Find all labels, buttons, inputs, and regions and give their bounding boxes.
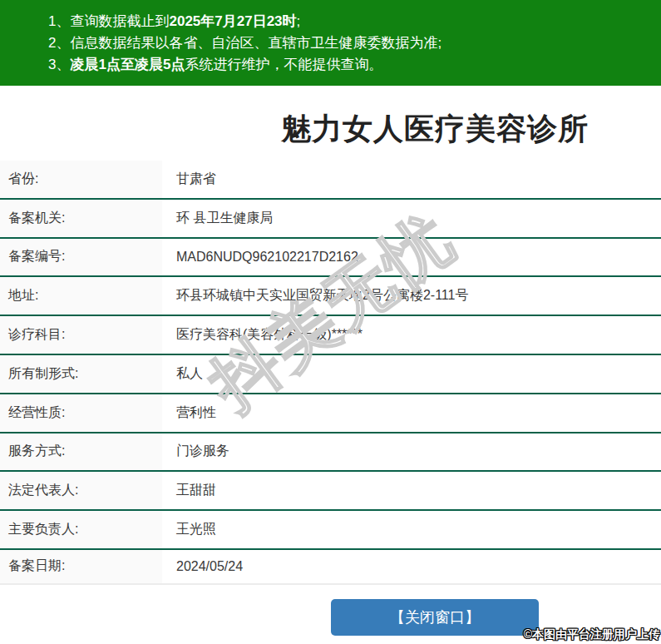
attribution-text: ©本图由平台注册用户上传 bbox=[524, 627, 660, 642]
info-row-principal: 主要负责人: 王光照 bbox=[0, 511, 661, 550]
info-label: 服务方式: bbox=[0, 433, 162, 471]
notice-bar: 1、查询数据截止到2025年7月27日23时; 2、信息数据结果以各省、自治区、… bbox=[0, 0, 661, 86]
notice-line-1: 1、查询数据截止到2025年7月27日23时; bbox=[48, 11, 661, 32]
info-value: 营利性 bbox=[162, 404, 216, 422]
info-label: 备案日期: bbox=[0, 550, 162, 583]
info-row-diagnosis-subjects: 诊疗科目: 医疗美容科(美容外科一级)****** bbox=[0, 316, 661, 355]
info-label: 所有制形式: bbox=[0, 355, 162, 393]
info-row-ownership-type: 所有制形式: 私人 bbox=[0, 355, 661, 394]
info-label: 省份: bbox=[0, 161, 162, 198]
info-row-legal-representative: 法定代表人: 王甜甜 bbox=[0, 472, 661, 511]
info-value: 王甜甜 bbox=[162, 482, 216, 499]
info-row-operation-nature: 经营性质: 营利性 bbox=[0, 394, 661, 433]
info-row-filing-authority: 备案机关: 环 县卫生健康局 bbox=[0, 200, 661, 239]
info-value: 医疗美容科(美容外科一级)****** bbox=[162, 326, 363, 344]
info-label: 地址: bbox=[0, 277, 162, 315]
info-label: 诊疗科目: bbox=[0, 316, 162, 354]
notice-number: 1、 bbox=[48, 13, 70, 29]
notice-number: 2、 bbox=[48, 35, 70, 51]
info-value: MAD6NUDQ962102217D2162 bbox=[162, 250, 358, 265]
info-value: 门诊服务 bbox=[162, 443, 229, 460]
close-window-button[interactable]: 【关闭窗口】 bbox=[331, 599, 539, 636]
page-title: 魅力女人医疗美容诊所 bbox=[0, 86, 661, 145]
info-value: 2024/05/24 bbox=[162, 559, 243, 574]
info-row-service-mode: 服务方式: 门诊服务 bbox=[0, 433, 661, 473]
info-label: 经营性质: bbox=[0, 394, 162, 432]
info-value: 环县环城镇中天实业国贸新天地2号公寓楼2-111号 bbox=[162, 287, 468, 305]
page-content: 1、查询数据截止到2025年7月27日23时; 2、信息数据结果以各省、自治区、… bbox=[0, 0, 661, 636]
info-row-filing-date: 备案日期: 2024/05/24 bbox=[0, 550, 661, 585]
info-value: 甘肃省 bbox=[162, 171, 216, 188]
notice-number: 3、 bbox=[48, 57, 70, 72]
info-table: 省份: 甘肃省 备案机关: 环 县卫生健康局 备案编号: MAD6NUDQ962… bbox=[0, 161, 661, 585]
info-label: 主要负责人: bbox=[0, 511, 162, 548]
info-value: 环 县卫生健康局 bbox=[162, 210, 273, 227]
notice-line-2: 2、信息数据结果以各省、自治区、直辖市卫生健康委数据为准; bbox=[48, 32, 661, 54]
info-row-filing-number: 备案编号: MAD6NUDQ962102217D2162 bbox=[0, 239, 661, 278]
notice-line-3: 3、凌晨1点至凌晨5点系统进行维护，不能提供查询。 bbox=[48, 54, 661, 76]
info-label: 备案机关: bbox=[0, 200, 162, 237]
info-label: 备案编号: bbox=[0, 239, 162, 276]
info-row-address: 地址: 环县环城镇中天实业国贸新天地2号公寓楼2-111号 bbox=[0, 277, 661, 316]
info-value: 私人 bbox=[162, 365, 203, 383]
info-row-province: 省份: 甘肃省 bbox=[0, 161, 661, 200]
info-value: 王光照 bbox=[162, 521, 216, 538]
info-label: 法定代表人: bbox=[0, 472, 162, 509]
